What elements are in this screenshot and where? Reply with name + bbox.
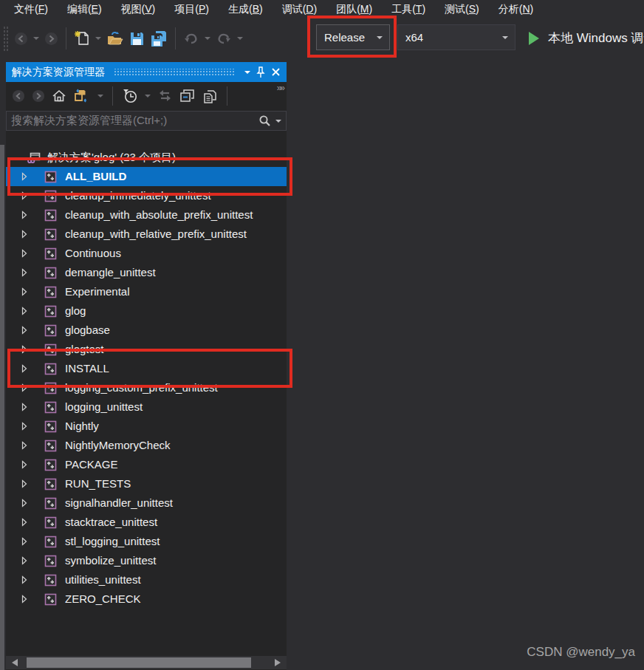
- titlebar-grip[interactable]: [114, 69, 236, 76]
- pending-changes-filter-icon[interactable]: [122, 88, 138, 103]
- configuration-combobox[interactable]: Release: [316, 24, 390, 50]
- tree-row[interactable]: Experimental: [6, 282, 287, 301]
- menu-item-p[interactable]: 项目(P): [165, 3, 219, 16]
- menu-item-m[interactable]: 团队(M): [326, 3, 382, 16]
- tree-row[interactable]: INSTALL: [6, 359, 287, 378]
- expand-arrow-icon[interactable]: [21, 326, 27, 335]
- expand-arrow-icon[interactable]: [21, 403, 27, 411]
- expand-arrow-icon[interactable]: [21, 191, 27, 200]
- tree-row[interactable]: symbolize_unittest: [6, 551, 287, 570]
- menu-item-t[interactable]: 工具(T): [382, 3, 435, 16]
- start-debug-button[interactable]: 本地 Windows 调试器: [548, 19, 644, 58]
- explorer-forward-icon[interactable]: [32, 89, 45, 103]
- redo-icon[interactable]: [216, 31, 232, 46]
- platform-combobox[interactable]: x64: [397, 24, 515, 50]
- nav-forward-icon[interactable]: [44, 32, 58, 46]
- expand-arrow-icon[interactable]: [21, 172, 27, 181]
- new-project-dropdown-icon[interactable]: [95, 37, 101, 40]
- expand-arrow-icon[interactable]: [21, 422, 27, 431]
- tree-row[interactable]: logging_custom_prefix_unittest: [6, 378, 287, 397]
- tree-row[interactable]: RUN_TESTS: [6, 474, 287, 493]
- pin-icon[interactable]: [256, 66, 265, 78]
- scrollbar-thumb[interactable]: [27, 657, 251, 668]
- nav-back-dropdown-icon[interactable]: [33, 37, 39, 40]
- collapse-all-icon[interactable]: [179, 89, 195, 103]
- tree-row[interactable]: PACKAGE: [6, 455, 287, 474]
- search-icon[interactable]: [258, 114, 271, 127]
- expand-arrow-icon[interactable]: [21, 383, 27, 392]
- close-icon[interactable]: [271, 67, 281, 77]
- sync-with-active-document-icon[interactable]: [73, 88, 91, 103]
- tree-row[interactable]: logging_unittest: [6, 397, 287, 417]
- window-position-menu-icon[interactable]: [244, 71, 250, 74]
- expand-arrow-icon[interactable]: [21, 556, 27, 565]
- expand-arrow-icon[interactable]: [21, 518, 27, 527]
- redo-dropdown-icon[interactable]: [237, 37, 243, 40]
- expand-arrow-icon[interactable]: [21, 499, 27, 507]
- tree-row[interactable]: ALL_BUILD: [6, 167, 287, 186]
- solution-search-box[interactable]: 搜索解决方案资源管理器(Ctrl+;): [6, 111, 287, 131]
- expand-arrow-icon[interactable]: [21, 287, 27, 296]
- refresh-icon[interactable]: [157, 89, 173, 102]
- tree-row[interactable]: signalhandler_unittest: [6, 493, 287, 513]
- open-file-icon[interactable]: [106, 30, 124, 47]
- expand-arrow-icon[interactable]: [21, 595, 27, 604]
- expand-arrow-icon[interactable]: [21, 537, 27, 546]
- expand-arrow-icon[interactable]: [21, 460, 27, 469]
- toolbar-overflow-icon[interactable]: »»: [277, 83, 284, 93]
- tree-row[interactable]: glog: [6, 301, 287, 321]
- nav-back-icon[interactable]: [14, 32, 28, 46]
- horizontal-scrollbar[interactable]: [6, 656, 287, 669]
- solution-root-row[interactable]: 解决方案'glog' (23 个项目): [6, 148, 287, 167]
- expand-arrow-icon[interactable]: [21, 230, 27, 239]
- save-icon[interactable]: [129, 31, 145, 47]
- tree-row[interactable]: cleanup_immediately_unittest: [6, 186, 287, 205]
- expand-arrow-icon[interactable]: [21, 307, 27, 315]
- tree-row[interactable]: utilities_unittest: [6, 570, 287, 589]
- expand-arrow-icon[interactable]: [21, 268, 27, 277]
- tree-row[interactable]: glogbase: [6, 321, 287, 340]
- tree-row[interactable]: NightlyMemoryCheck: [6, 436, 287, 455]
- solution-explorer-titlebar[interactable]: 解决方案资源管理器: [6, 62, 287, 82]
- expand-arrow-icon[interactable]: [21, 345, 27, 354]
- cpp-project-icon: [44, 440, 57, 452]
- menu-item-s[interactable]: 测试(S): [435, 3, 489, 16]
- expand-arrow-icon[interactable]: [21, 364, 27, 373]
- undo-icon[interactable]: [183, 31, 199, 46]
- tree-row[interactable]: cleanup_with_relative_prefix_unittest: [6, 225, 287, 244]
- cpp-project-icon: [44, 343, 57, 356]
- tree-row[interactable]: cleanup_with_absolute_prefix_unittest: [6, 205, 287, 225]
- filter-dropdown-icon[interactable]: [145, 95, 151, 98]
- tree-row[interactable]: stacktrace_unittest: [6, 513, 287, 532]
- expand-arrow-icon[interactable]: [21, 479, 27, 488]
- menu-item-v[interactable]: 视图(V): [112, 3, 165, 16]
- show-all-files-icon[interactable]: [202, 88, 218, 104]
- menu-item-e[interactable]: 编辑(E): [58, 3, 112, 16]
- menu-item-b[interactable]: 生成(B): [219, 3, 273, 16]
- sync-dropdown-icon[interactable]: [97, 95, 103, 98]
- tree-row[interactable]: glogtest: [6, 340, 287, 359]
- expand-arrow-icon[interactable]: [21, 211, 27, 219]
- expand-arrow-icon[interactable]: [21, 441, 27, 450]
- home-icon[interactable]: [52, 89, 66, 103]
- undo-dropdown-icon[interactable]: [205, 37, 210, 40]
- menu-item-n[interactable]: 分析(N): [489, 3, 543, 16]
- scroll-left-icon[interactable]: [12, 659, 18, 666]
- search-options-caret-icon[interactable]: [275, 120, 281, 123]
- tree-row[interactable]: Nightly: [6, 417, 287, 436]
- tree-row[interactable]: stl_logging_unittest: [6, 532, 287, 551]
- expand-arrow-icon[interactable]: [21, 249, 27, 258]
- explorer-back-icon[interactable]: [12, 89, 25, 103]
- new-project-icon[interactable]: [74, 30, 90, 47]
- window-edge-scrollbar[interactable]: [0, 145, 4, 670]
- start-debug-play-icon[interactable]: [529, 32, 539, 45]
- toolbar-grip-handle[interactable]: [3, 26, 9, 51]
- menu-item-f[interactable]: 文件(F): [4, 3, 58, 16]
- expand-arrow-icon[interactable]: [21, 575, 27, 584]
- tree-row[interactable]: Continuous: [6, 244, 287, 263]
- tree-row[interactable]: demangle_unittest: [6, 263, 287, 282]
- scroll-right-icon[interactable]: [275, 659, 281, 666]
- menu-item-d[interactable]: 调试(D): [273, 3, 326, 16]
- tree-row[interactable]: ZERO_CHECK: [6, 589, 287, 609]
- save-all-icon[interactable]: [150, 30, 168, 47]
